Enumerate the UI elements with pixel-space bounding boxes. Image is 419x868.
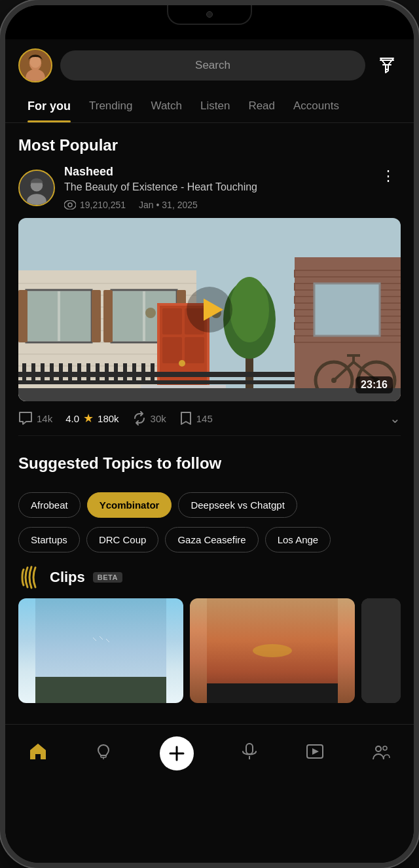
rating-action[interactable]: 4.0 ★ 180k [65,411,118,425]
svg-point-90 [253,644,292,657]
author-avatar [18,170,55,206]
svg-rect-23 [27,291,58,341]
svg-point-38 [179,360,185,367]
svg-rect-30 [103,290,113,342]
svg-rect-84 [35,677,166,703]
svg-rect-37 [185,337,204,363]
most-popular-title: Most Popular [18,136,401,154]
clips-header: Clips BETA [18,566,401,589]
topic-gaza[interactable]: Gaza Ceasefire [165,527,258,552]
topics-row: Afrobeat Ycombinator Deepseek vs Chatgpt [18,492,401,520]
camera-dot [206,11,213,18]
search-bar[interactable]: Search [60,50,365,81]
bookmark-icon [179,411,192,425]
play-square-icon [305,742,325,766]
author-name: Nasheed [64,165,257,179]
svg-rect-25 [18,290,27,342]
svg-point-45 [230,277,269,342]
beta-badge: BETA [93,572,122,583]
tab-watch[interactable]: Watch [141,92,191,122]
add-button[interactable] [160,736,194,770]
tab-trending[interactable]: Trending [80,92,141,122]
tab-read[interactable]: Read [239,92,284,122]
svg-rect-51 [41,363,45,383]
svg-point-3 [30,56,41,67]
phone-frame: Search For you Trending Watch Listen [0,0,419,868]
expand-button[interactable]: ⌄ [390,410,401,426]
nav-mic[interactable] [229,739,270,769]
svg-marker-99 [312,748,319,755]
svg-rect-59 [114,363,118,383]
svg-rect-71 [314,283,380,336]
topic-startups[interactable]: Startups [18,527,80,552]
comments-action[interactable]: 14k [18,411,52,425]
person-group-icon [371,742,391,766]
svg-rect-49 [22,363,26,383]
clip-card-2[interactable] [190,598,355,703]
svg-rect-62 [141,363,145,383]
svg-rect-58 [105,363,109,383]
post-header: Nasheed The Beauty of Existence - Heart … [18,165,401,210]
svg-rect-56 [86,363,90,383]
svg-rect-26 [92,290,101,342]
topics-row-2: Startups DRC Coup Gaza Ceasefire Los Ang… [18,527,401,555]
tab-for-you[interactable]: For you [18,92,80,122]
video-thumbnail[interactable]: 23:16 [18,218,401,401]
topic-ycombinator[interactable]: Ycombinator [87,492,172,518]
post-actions: 14k 4.0 ★ 180k 30k [18,401,401,436]
topic-drc-coup[interactable]: DRC Coup [86,527,159,552]
svg-point-9 [64,200,76,209]
nav-home[interactable] [18,739,58,769]
post-author-info: Nasheed The Beauty of Existence - Heart … [18,165,257,210]
svg-rect-96 [246,744,253,754]
topic-los-angeles[interactable]: Los Ange [265,527,331,552]
repost-action[interactable]: 30k [132,411,166,425]
comment-icon [18,411,33,425]
svg-rect-24 [60,291,90,341]
svg-point-101 [383,746,387,750]
clips-label: Clips [50,569,85,586]
lightbulb-icon [94,742,113,766]
suggested-topics-title: Suggested Topics to follow [18,454,401,473]
tab-accounts[interactable]: Accounts [284,92,348,122]
svg-rect-53 [59,363,63,383]
nav-profile[interactable] [361,739,401,769]
nav-watch[interactable] [295,739,335,769]
tab-listen[interactable]: Listen [191,92,239,122]
post-title: The Beauty of Existence - Heart Touching [64,180,257,194]
nav-add[interactable] [149,734,204,773]
svg-rect-34 [162,308,182,335]
topic-deepseek[interactable]: Deepseek vs Chatgpt [178,492,297,518]
post-stats: 19,210,251 Jan • 31, 2025 [64,200,257,210]
topic-afrobeat[interactable]: Afrobeat [18,492,81,518]
svg-rect-63 [151,363,155,383]
post-meta: Nasheed The Beauty of Existence - Heart … [64,165,257,210]
avatar[interactable] [18,48,52,82]
header: Search [5,39,414,92]
svg-rect-55 [77,363,81,383]
mic-icon [240,742,259,766]
search-text: Search [195,59,230,72]
svg-rect-36 [162,337,182,363]
svg-rect-52 [50,363,54,383]
filter-button[interactable] [373,52,401,79]
svg-point-41 [145,308,156,318]
save-action[interactable]: 145 [179,411,213,425]
svg-rect-57 [96,363,100,383]
main-content: Most Popular [5,123,414,555]
more-options-button[interactable]: ⋮ [376,165,401,187]
clip-sky-bg [18,598,183,703]
clip-sunset-bg [190,598,355,703]
svg-rect-54 [68,363,72,383]
svg-rect-92 [101,755,106,757]
nav-discover[interactable] [83,739,124,769]
play-button[interactable] [187,287,232,333]
clip-card-1[interactable] [18,598,183,703]
bottom-nav [5,724,414,786]
nav-tabs: For you Trending Watch Listen Read Accou… [5,92,414,123]
post-card: Nasheed The Beauty of Existence - Heart … [18,165,401,436]
home-icon [28,742,48,766]
svg-rect-89 [207,683,338,703]
star-icon: ★ [83,411,94,425]
svg-rect-50 [31,363,35,383]
